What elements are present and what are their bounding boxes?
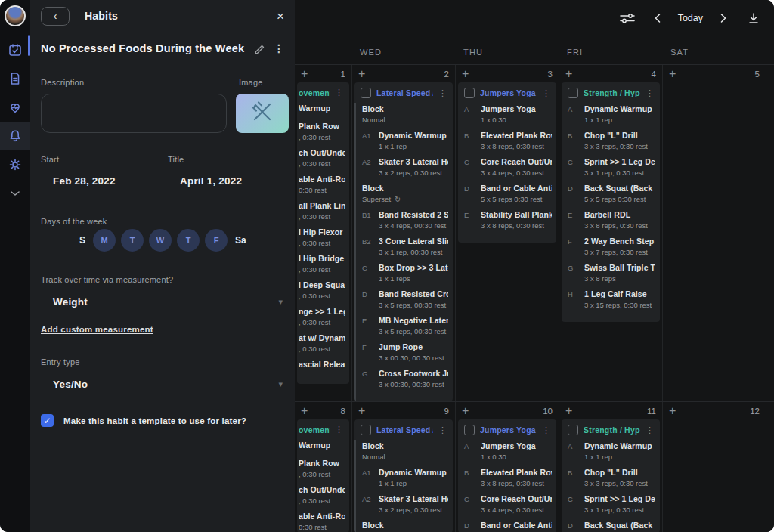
exercise-row[interactable]: CSprint >> 1 Leg Declarations3 x 1 rep, … — [568, 494, 655, 514]
sidebar-item-health[interactable] — [0, 93, 30, 122]
workout-title[interactable]: Jumpers Yoga / Core — [480, 425, 537, 435]
add-workout-button[interactable]: + — [301, 68, 308, 80]
add-workout-button[interactable]: + — [669, 405, 676, 417]
exercise-row[interactable]: ADynamic Warmup1 x 1 rep — [568, 441, 655, 461]
exercise-row[interactable]: ch Out/Under, 0:30 rest — [299, 485, 345, 505]
exercise-row[interactable]: EMB Negative Lateral Hop...3 x 5 reps, 0… — [362, 316, 448, 336]
workout-menu-kebab-icon[interactable]: ⋮ — [542, 88, 550, 98]
workout-card[interactable]: Lateral Speed / Plyo⋮BlockNormalA1Dynami… — [354, 419, 453, 532]
add-workout-button[interactable]: + — [565, 405, 572, 417]
exercise-row[interactable]: DBack Squat (Back Off Set)5 x 5 reps 0:3… — [568, 521, 655, 532]
workout-title[interactable]: Strength / Hypertro... — [584, 88, 640, 97]
exercise-row[interactable]: CSprint >> 1 Leg Declarations3 x 1 rep, … — [568, 157, 655, 177]
exercise-row[interactable]: DBand Resisted Crossover...3 x 5 reps, 0… — [362, 289, 448, 309]
add-workout-button[interactable]: + — [358, 405, 365, 417]
start-date-value[interactable]: Feb 28, 2022 — [53, 175, 116, 187]
exercise-row[interactable]: Warmup — [299, 104, 345, 115]
exercise-row[interactable]: ascial Release C... — [299, 360, 345, 371]
add-workout-button[interactable]: + — [669, 68, 676, 80]
exercise-row[interactable]: DBack Squat (Back Off Set)5 x 5 reps 0:3… — [568, 184, 655, 203]
template-checkbox[interactable]: ✓ — [41, 414, 54, 427]
exercise-row[interactable]: CCore Reach Out/Under3 x 4 reps, 0:30 re… — [464, 494, 552, 514]
workout-checkbox[interactable] — [464, 425, 475, 435]
edit-pencil-icon[interactable] — [254, 43, 265, 54]
exercise-row[interactable]: at w/ Dynamic P..., 0:30 rest — [299, 333, 345, 353]
workout-checkbox[interactable] — [361, 88, 371, 98]
workout-card[interactable]: Jumpers Yoga / Core⋮AJumpers Yoga1 x 0:3… — [458, 82, 556, 243]
workout-card[interactable]: ovement Q...⋮WarmupPlank Row, 0:30 restc… — [297, 419, 349, 532]
add-workout-button[interactable]: + — [462, 68, 469, 80]
day-chip-t[interactable]: T — [177, 229, 200, 252]
entry-type-select[interactable]: Yes/No ▾ — [53, 379, 283, 390]
exercise-row[interactable]: Warmup — [299, 441, 345, 452]
workout-menu-kebab-icon[interactable]: ⋮ — [646, 88, 654, 98]
sidebar-item-settings[interactable] — [0, 150, 30, 179]
avatar[interactable] — [5, 5, 26, 26]
exercise-row[interactable]: BElevated Plank Row3 x 8 reps, 0:30 rest — [464, 468, 552, 487]
exercise-row[interactable]: l Hip Bridge w/ ..., 0:30 rest — [299, 254, 345, 274]
add-custom-measurement-link[interactable]: Add custom measurement — [41, 325, 153, 334]
exercise-row[interactable]: l Deep Squat Mo..., 0:30 rest — [299, 280, 345, 300]
exercise-row[interactable]: BChop "L" Drill3 x 3 reps, 0:30 rest — [568, 131, 655, 150]
exercise-row[interactable]: GCross Footwork Jump Rope3 x 00:30, 00:3… — [362, 369, 448, 388]
sidebar-expand[interactable] — [0, 179, 30, 208]
exercise-row[interactable]: B1Band Resisted 2 Step Late...3 x 4 reps… — [362, 210, 448, 230]
measurement-select[interactable]: Weight ▾ — [53, 296, 283, 308]
add-workout-button[interactable]: + — [565, 68, 572, 80]
workout-card[interactable]: Strength / Hypertro...⋮ADynamic Warmup1 … — [562, 82, 660, 322]
sidebar-item-programs[interactable] — [0, 64, 30, 93]
exercise-row[interactable]: all Plank Linear ..., 0:30 rest — [299, 201, 345, 221]
exercise-row[interactable]: EBarbell RDL3 x 8 reps, 0:30 rest — [568, 210, 655, 230]
end-date-value[interactable]: April 1, 2022 — [180, 175, 242, 187]
day-chip-m[interactable]: M — [93, 229, 116, 252]
download-icon[interactable] — [747, 11, 760, 25]
exercise-row[interactable]: F2 Way Bench Step Up3 x 7 reps, 0:30 res… — [568, 237, 655, 256]
exercise-row[interactable]: AJumpers Yoga1 x 0:30 — [464, 104, 552, 124]
filter-sliders-icon[interactable] — [619, 11, 636, 25]
add-workout-button[interactable]: + — [301, 405, 308, 417]
workout-title[interactable]: Strength / Hypertro... — [584, 425, 640, 435]
workout-card[interactable]: Lateral Speed / Plyo⋮BlockNormalA1Dynami… — [354, 82, 453, 401]
workout-menu-kebab-icon[interactable]: ⋮ — [438, 88, 447, 98]
workout-title[interactable]: Lateral Speed / Plyo — [376, 88, 433, 97]
exercise-row[interactable]: CCore Reach Out/Under3 x 4 reps, 0:30 re… — [464, 157, 552, 177]
exercise-row[interactable]: H1 Leg Calf Raise3 x 15 reps, 0:30 rest — [568, 289, 655, 309]
back-button[interactable]: ‹ — [41, 7, 70, 26]
exercise-row[interactable]: FJump Rope3 x 00:30, 00:30 rest — [362, 342, 448, 362]
workout-checkbox[interactable] — [568, 88, 578, 98]
workout-menu-kebab-icon[interactable]: ⋮ — [542, 425, 550, 435]
day-chip-t[interactable]: T — [121, 229, 144, 252]
exercise-row[interactable]: A2Skater 3 Lateral Hops >> ...3 x 2 reps… — [362, 494, 448, 514]
workout-card[interactable]: Strength / Hypertro...⋮ADynamic Warmup1 … — [562, 419, 660, 532]
workout-title[interactable]: Jumpers Yoga / Core — [480, 88, 537, 97]
habit-image[interactable] — [236, 94, 289, 133]
workout-title[interactable]: Lateral Speed / Plyo — [376, 425, 433, 435]
exercise-row[interactable]: ADynamic Warmup1 x 1 rep — [568, 104, 655, 124]
sidebar-item-notifications[interactable] — [0, 122, 30, 150]
workout-checkbox[interactable] — [568, 425, 578, 435]
exercise-row[interactable]: l Hip Flexor Rais..., 0:30 rest — [299, 227, 345, 247]
workout-checkbox[interactable] — [361, 425, 371, 435]
exercise-row[interactable]: AJumpers Yoga1 x 0:30 — [464, 441, 552, 461]
add-workout-button[interactable]: + — [462, 405, 469, 417]
exercise-row[interactable]: B23 Cone Lateral Slide3 x 1 rep, 00:30 r… — [362, 237, 448, 256]
workout-checkbox[interactable] — [464, 88, 475, 98]
today-button[interactable]: Today — [678, 13, 703, 23]
exercise-row[interactable]: nge >> 1 Leg St..., 0:30 rest — [299, 307, 345, 326]
workout-menu-kebab-icon[interactable]: ⋮ — [438, 425, 447, 435]
exercise-row[interactable]: A2Skater 3 Lateral Hops >> ...3 x 2 reps… — [362, 157, 448, 177]
workout-menu-kebab-icon[interactable]: ⋮ — [646, 425, 654, 435]
sidebar-item-calendar[interactable] — [0, 36, 30, 64]
exercise-row[interactable]: DBand or Cable Anti Rotati...5 x 5 reps … — [464, 521, 552, 532]
exercise-row[interactable]: BChop "L" Drill3 x 3 reps, 0:30 rest — [568, 468, 655, 487]
exercise-row[interactable]: BElevated Plank Row3 x 8 reps, 0:30 rest — [464, 131, 552, 150]
exercise-row[interactable]: able Anti-Rotati...0:30 rest — [299, 175, 345, 194]
close-button[interactable]: × — [277, 10, 284, 23]
exercise-row[interactable]: ch Out/Under, 0:30 rest — [299, 148, 345, 168]
exercise-row[interactable]: CBox Drop >> 3 Lateral H...1 x 1 reps — [362, 263, 448, 283]
exercise-row[interactable]: Plank Row, 0:30 rest — [299, 122, 345, 141]
exercise-row[interactable]: GSwiss Ball Triple Threat3 x 8 reps — [568, 263, 655, 283]
exercise-row[interactable]: able Anti-Rotati...0:30 rest — [299, 512, 345, 531]
exercise-row[interactable]: A1Dynamic Warmup1 x 1 rep — [362, 131, 448, 150]
workout-menu-kebab-icon[interactable]: ⋮ — [335, 88, 343, 97]
